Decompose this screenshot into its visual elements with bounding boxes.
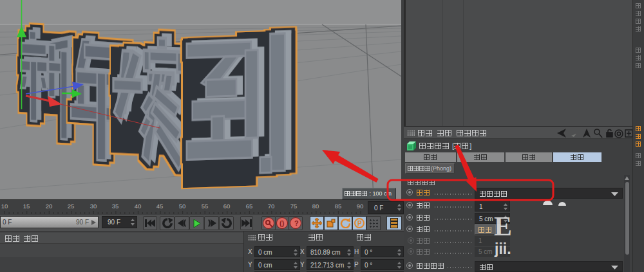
svg-text:P: P: [357, 220, 362, 227]
